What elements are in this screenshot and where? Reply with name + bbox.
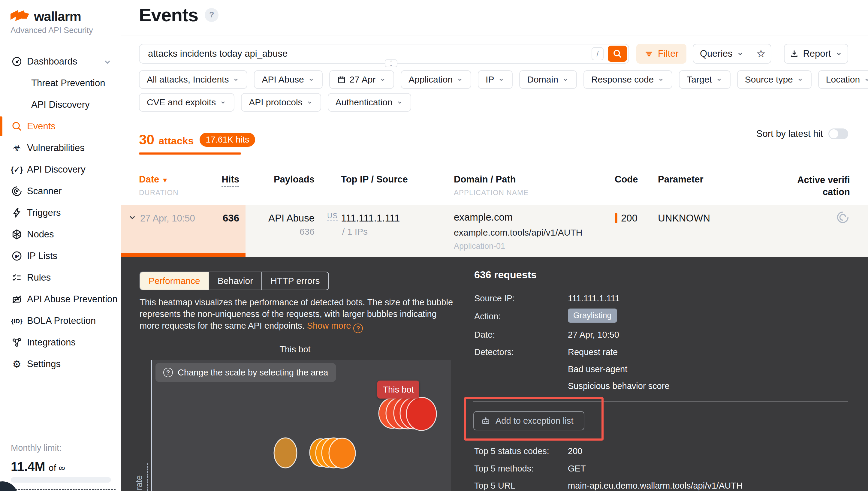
chevron-down-icon [657, 76, 665, 83]
chip-api-protocols[interactable]: API protocols [241, 93, 321, 112]
bolt-icon [11, 207, 23, 219]
detail-divider [473, 401, 848, 402]
search-resize-handle[interactable]: ⌃⌄ [385, 59, 397, 67]
row-payload-type[interactable]: API Abuse [255, 212, 315, 224]
row-domain[interactable]: example.com [454, 211, 513, 223]
row-date: 27 Apr, 10:50 [140, 213, 195, 224]
detail-tabs: Performance Behavior HTTP errors [140, 271, 329, 290]
chip-ip[interactable]: IP [478, 70, 513, 89]
robot-blocked-icon [11, 293, 23, 305]
sidebar-item-label: Events [27, 121, 56, 132]
column-header-parameter: Parameter [658, 174, 703, 185]
add-to-exception-list-button[interactable]: Add to exception list [473, 411, 584, 430]
chat-widget[interactable] [0, 482, 18, 491]
queries-group: Queries ☆ [693, 44, 771, 64]
column-header-active-verification: Active verification [797, 174, 850, 198]
chevron-down-icon [232, 76, 239, 83]
sidebar-item-rules[interactable]: Rules [0, 267, 121, 288]
sidebar-item-vulnerabilities[interactable]: ☣ Vulnerabilities [0, 137, 121, 159]
chevron-down-icon [220, 99, 227, 106]
filter-button[interactable]: Filter [636, 44, 687, 64]
calendar-icon [337, 75, 346, 84]
chevron-down-icon [379, 76, 386, 83]
row-ip-count: / 1 IPs [342, 227, 368, 237]
chip-application[interactable]: Application [401, 70, 471, 89]
source-ip-value[interactable]: 111.111.1.111 [568, 293, 620, 304]
filter-chip-row-1: All attacks, Incidents API Abuse 27 Apr … [139, 70, 868, 89]
tab-behavior[interactable]: Behavior [209, 272, 261, 290]
top-methods-value: GET [568, 464, 586, 473]
help-icon[interactable]: ? [205, 8, 219, 22]
top-url-label: Top 5 URL [474, 481, 515, 491]
filter-icon [644, 49, 654, 59]
chip-target[interactable]: Target [679, 70, 730, 89]
sidebar-item-label: Rules [27, 272, 51, 283]
sidebar-item-integrations[interactable]: Integrations [0, 331, 121, 353]
sidebar-item-bola-protection[interactable]: {ID} BOLA Protection [0, 310, 121, 331]
row-expand-chevron[interactable] [127, 213, 137, 222]
chip-response-code[interactable]: Response code [583, 70, 672, 89]
monthly-limit-label: Monthly limit: [11, 443, 65, 453]
queries-button[interactable]: Queries [693, 45, 751, 63]
sidebar-item-events[interactable]: Events [0, 116, 121, 137]
row-country[interactable]: US [327, 211, 338, 221]
heatmap-bubble-this-bot[interactable] [406, 397, 436, 430]
hexagon-icon [11, 228, 23, 240]
this-bot-axis-label: This bot [250, 345, 340, 354]
chip-authentication[interactable]: Authentication [328, 93, 411, 112]
row-path[interactable]: example.com.tools/api/v1/AUTH [454, 228, 583, 238]
attacks-summary-tab[interactable]: 30 attacks 17.61K hits [139, 132, 255, 149]
chip-date[interactable]: 27 Apr [329, 70, 395, 89]
wallarm-logo[interactable]: wallarm [10, 9, 81, 24]
sidebar-item-scanner[interactable]: Scanner [0, 180, 121, 202]
search-input[interactable] [140, 48, 591, 59]
tab-performance[interactable]: Performance [140, 272, 209, 290]
report-label: Report [803, 48, 831, 59]
bot-performance-heatmap[interactable]: ? Change the scale by selecting the area… [151, 360, 451, 491]
sort-toggle[interactable] [829, 128, 848, 139]
this-bot-badge[interactable]: This bot [377, 380, 419, 399]
top-status-value: 200 [568, 446, 582, 456]
y-axis-label: Requests rate [134, 457, 144, 491]
row-ip[interactable]: 111.111.1.111 [341, 212, 400, 224]
chip-source-type[interactable]: Source type [737, 70, 812, 89]
source-ip-label: Source IP: [474, 293, 515, 304]
monthly-limit-progressbar [11, 477, 111, 483]
queries-label: Queries [700, 48, 733, 59]
y-axis-dashed-line [147, 463, 148, 491]
sidebar-item-ip-lists[interactable]: IP IP Lists [0, 245, 121, 267]
requests-title: 636 requests [474, 269, 537, 281]
sidebar-item-api-discovery-dashboard[interactable]: API Discovery [0, 94, 121, 116]
chevron-down-icon [396, 99, 403, 106]
active-verification-icon[interactable] [836, 210, 850, 224]
search-button[interactable] [608, 46, 627, 62]
logo-subtitle: Advanced API Security [10, 26, 93, 35]
question-circle-icon[interactable]: ? [353, 323, 363, 333]
spiral-icon [11, 185, 23, 197]
heatmap-bubble-other-bot[interactable] [274, 438, 297, 468]
chip-cve-exploits[interactable]: CVE and exploits [139, 93, 234, 112]
sidebar-item-nodes[interactable]: Nodes [0, 224, 121, 245]
date-label: Date: [474, 330, 495, 340]
chip-location[interactable]: Location [818, 70, 868, 89]
tab-http-errors[interactable]: HTTP errors [261, 272, 328, 290]
chip-api-abuse[interactable]: API Abuse [254, 70, 322, 89]
chip-attack-type[interactable]: All attacks, Incidents [139, 70, 247, 89]
column-header-date[interactable]: Date ▼ [139, 174, 168, 185]
sidebar-item-triggers[interactable]: Triggers [0, 202, 121, 224]
top-url-value[interactable]: main-api.eu.demo.wallarm.tools/api/v1/AU… [568, 481, 743, 491]
report-button[interactable]: Report [784, 44, 848, 64]
sidebar-item-threat-prevention[interactable]: Threat Prevention [0, 72, 121, 94]
show-more-link[interactable]: Show more [307, 321, 351, 330]
chip-domain[interactable]: Domain [519, 70, 577, 89]
date-value: 27 Apr, 10:50 [568, 330, 619, 340]
sidebar-item-dashboards[interactable]: Dashboards [0, 51, 121, 72]
column-header-hits[interactable]: Hits [203, 174, 239, 185]
sidebar-item-settings[interactable]: ⚙ Settings [0, 353, 121, 375]
sidebar-item-api-discovery[interactable]: {✓} API Discovery [0, 159, 121, 180]
sidebar-item-api-abuse-prevention[interactable]: API Abuse Prevention [0, 288, 121, 310]
question-circle-icon: ? [163, 368, 173, 377]
heatmap-bubble-other-bot[interactable] [329, 438, 355, 468]
table-row[interactable]: 27 Apr, 10:50 636 API Abuse 636 US 111.1… [121, 205, 868, 257]
favorite-star-button[interactable]: ☆ [751, 45, 771, 63]
